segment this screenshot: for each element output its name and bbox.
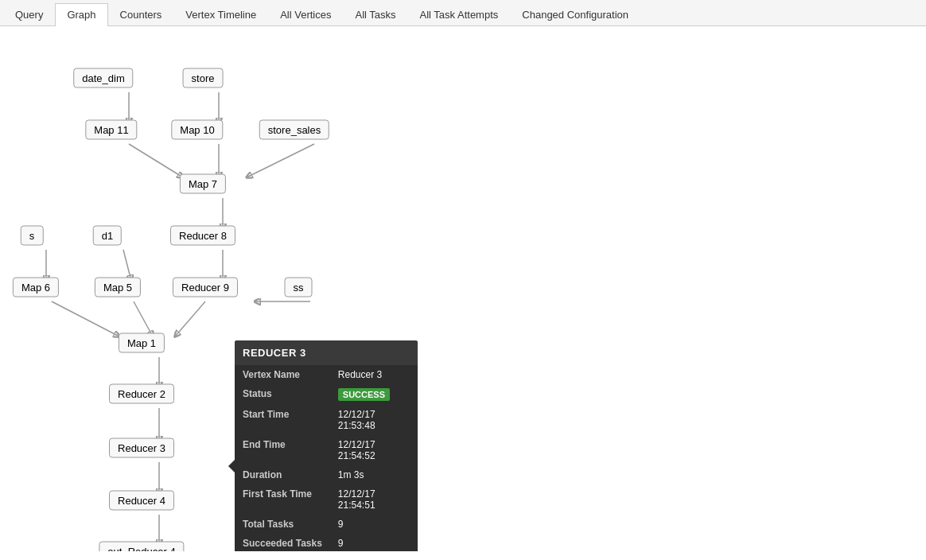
node-reducer9[interactable]: Reducer 9 [173,278,238,298]
tab-all-tasks[interactable]: All Tasks [343,3,407,25]
tooltip-row-label: Total Tasks [235,515,330,534]
tab-counters[interactable]: Counters [108,3,174,25]
svg-line-7 [123,250,131,281]
node-map11[interactable]: Map 11 [85,120,137,140]
node-map5[interactable]: Map 5 [95,278,141,298]
tooltip-row-value: Reducer 3 [330,365,418,384]
svg-line-12 [175,301,205,336]
node-map10[interactable]: Map 10 [171,120,223,140]
svg-line-2 [129,144,183,177]
node-out_reducer4[interactable]: out_Reducer 4 [99,542,184,552]
tooltip-row-value: SUCCESS [330,384,418,405]
tooltip-row-value: 12/12/17 21:54:52 [330,435,418,465]
tooltip-row-label: Duration [235,465,330,484]
status-badge: SUCCESS [338,388,390,401]
tab-query[interactable]: Query [3,3,55,25]
tooltip-row-label: Status [235,384,330,405]
tooltip-box: REDUCER 3Vertex NameReducer 3StatusSUCCE… [235,340,418,551]
tooltip-row-label: Vertex Name [235,365,330,384]
node-map7[interactable]: Map 7 [180,174,226,194]
node-store[interactable]: store [183,68,224,88]
tooltip-row: Total Tasks9 [235,515,418,534]
tooltip-row-label: Start Time [235,405,330,435]
node-reducer4[interactable]: Reducer 4 [109,491,174,511]
tooltip-row: Succeeded Tasks9 [235,534,418,551]
svg-line-10 [52,301,119,336]
node-ss[interactable]: ss [285,278,313,298]
tooltip-title: REDUCER 3 [235,340,418,365]
tooltip-row: End Time12/12/17 21:54:52 [235,435,418,465]
tooltip-row-value: 12/12/17 21:54:51 [330,484,418,515]
node-reducer2[interactable]: Reducer 2 [109,384,174,404]
graph-area: date_dimstoreMap 11Map 10store_salesMap … [0,26,926,551]
tooltip-table: Vertex NameReducer 3StatusSUCCESSStart T… [235,365,418,551]
tab-bar: QueryGraphCountersVertex TimelineAll Ver… [0,0,926,26]
node-s[interactable]: s [21,226,44,246]
tooltip-row-label: First Task Time [235,484,330,515]
tooltip-row: Vertex NameReducer 3 [235,365,418,384]
tooltip-row: First Task Time12/12/17 21:54:51 [235,484,418,515]
tooltip-row: StatusSUCCESS [235,384,418,405]
node-map1[interactable]: Map 1 [119,333,165,353]
node-store_sales[interactable]: store_sales [259,120,329,140]
tooltip-arrow [228,460,235,472]
tab-all-task-attempts[interactable]: All Task Attempts [408,3,511,25]
tab-vertex-timeline[interactable]: Vertex Timeline [173,3,268,25]
svg-line-11 [134,301,153,336]
tooltip-row: Start Time12/12/17 21:53:48 [235,405,418,435]
svg-line-4 [247,144,314,177]
tooltip-row-value: 9 [330,515,418,534]
node-map6[interactable]: Map 6 [13,278,59,298]
tooltip-row-label: End Time [235,435,330,465]
tab-changed-configuration[interactable]: Changed Configuration [510,3,640,25]
tooltip-row-label: Succeeded Tasks [235,534,330,551]
node-reducer3[interactable]: Reducer 3 [109,438,174,458]
node-reducer8[interactable]: Reducer 8 [170,226,235,246]
tab-all-vertices[interactable]: All Vertices [268,3,343,25]
tooltip-row-value: 1m 3s [330,465,418,484]
node-d1[interactable]: d1 [93,226,122,246]
tooltip-row-value: 12/12/17 21:53:48 [330,405,418,435]
tooltip-row-value: 9 [330,534,418,551]
tooltip-row: Duration1m 3s [235,465,418,484]
node-date_dim[interactable]: date_dim [73,68,133,88]
tab-graph[interactable]: Graph [55,3,107,26]
